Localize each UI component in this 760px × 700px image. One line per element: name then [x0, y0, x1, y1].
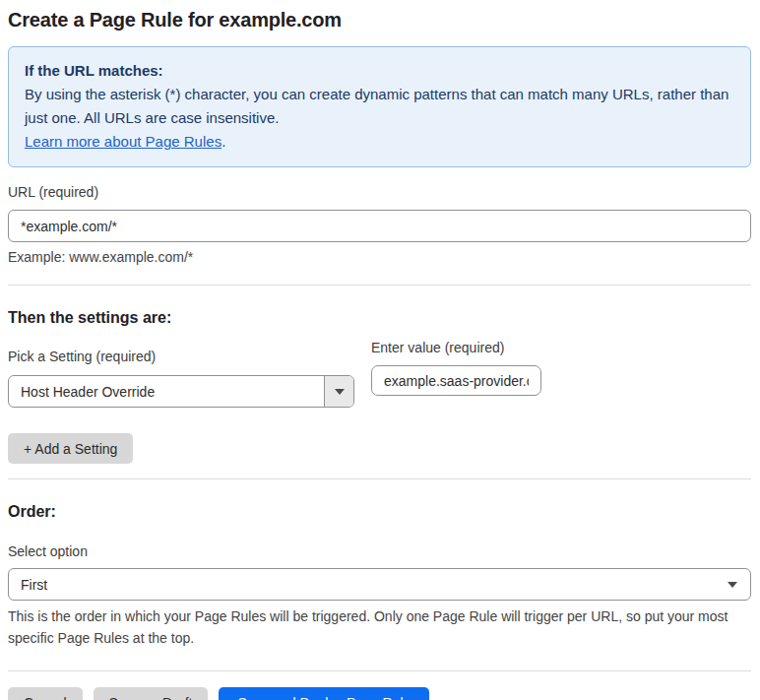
order-select-value: First [9, 569, 728, 600]
divider [8, 478, 751, 479]
setting-select[interactable]: Host Header Override [8, 375, 354, 408]
setting-select-value: Host Header Override [9, 376, 324, 407]
setting-value-column: Enter value (required) [371, 340, 541, 396]
url-field-label: URL (required) [8, 184, 751, 201]
setting-value-input[interactable] [371, 365, 541, 396]
divider [8, 285, 751, 286]
link-period: . [222, 133, 225, 150]
chevron-down-icon [728, 582, 737, 588]
url-input[interactable] [8, 210, 751, 242]
order-helper-text: This is the order in which your Page Rul… [8, 605, 744, 649]
setting-value-label: Enter value (required) [371, 340, 541, 356]
page-title: Create a Page Rule for example.com [8, 8, 751, 32]
chevron-down-icon [335, 389, 345, 395]
settings-section-heading: Then the settings are: [8, 308, 751, 327]
learn-more-link[interactable]: Learn more about Page Rules [25, 133, 222, 150]
order-select[interactable]: First [8, 568, 751, 601]
order-select-label: Select option [8, 543, 751, 560]
create-page-rule-form: Create a Page Rule for example.com If th… [0, 0, 760, 700]
order-section-heading: Order: [8, 502, 751, 521]
add-setting-button[interactable]: + Add a Setting [8, 433, 133, 464]
form-actions: Cancel Save as Draft Save and Deploy Pag… [8, 687, 751, 700]
info-box-body: By using the asterisk (*) character, you… [25, 83, 734, 130]
url-example-helper: Example: www.example.com/* [8, 249, 751, 266]
setting-picker-label: Pick a Setting (required) [8, 349, 354, 365]
save-as-draft-button[interactable]: Save as Draft [94, 687, 209, 700]
cancel-button[interactable]: Cancel [8, 687, 83, 700]
setting-select-dropdown-button[interactable] [324, 376, 353, 407]
url-match-info-box: If the URL matches: By using the asteris… [8, 46, 751, 167]
setting-row: Pick a Setting (required) Host Header Ov… [8, 332, 751, 408]
save-and-deploy-button[interactable]: Save and Deploy Page Rule [219, 687, 429, 700]
info-box-heading: If the URL matches: [25, 59, 734, 83]
divider [8, 670, 751, 671]
info-box-link-line: Learn more about Page Rules. [25, 130, 734, 154]
order-select-arrow [728, 569, 750, 600]
setting-picker-column: Pick a Setting (required) Host Header Ov… [8, 332, 354, 408]
